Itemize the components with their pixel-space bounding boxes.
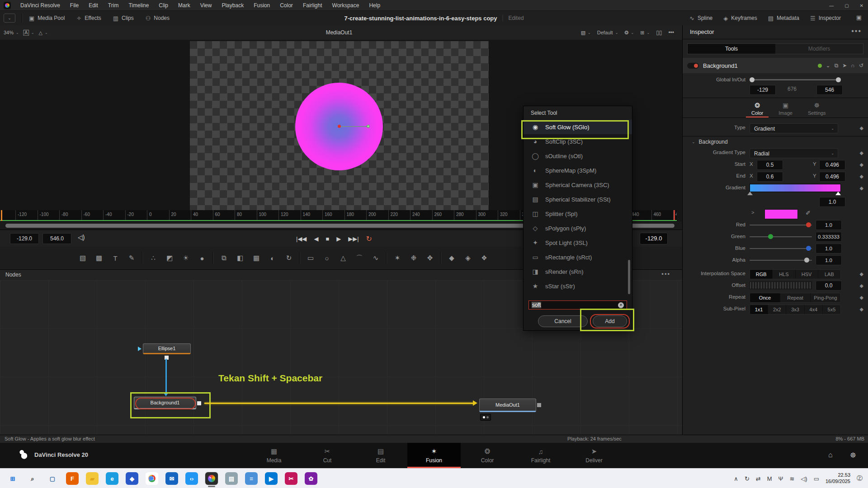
interp-hsv[interactable]: HSV bbox=[796, 270, 818, 279]
tool-item-spherical-camera[interactable]: ▣ Spherical Camera (3SC) bbox=[524, 178, 632, 192]
keyframe-icon[interactable]: ◆ bbox=[860, 162, 863, 168]
blur-tool-icon[interactable]: ● bbox=[196, 254, 208, 262]
gradient-stop-right[interactable] bbox=[835, 192, 841, 195]
channel-slider-handle[interactable] bbox=[768, 234, 773, 239]
panel-toggle-icon[interactable]: ▣ bbox=[856, 14, 862, 21]
tab-tools[interactable]: Tools bbox=[688, 44, 775, 54]
nodes-button[interactable]: ⚇ Nodes bbox=[146, 15, 170, 22]
channel-value-field[interactable]: 1.0 bbox=[816, 255, 842, 265]
clear-search-icon[interactable]: ✕ bbox=[618, 302, 624, 308]
menu-item[interactable]: Color bbox=[275, 0, 298, 11]
lut-dropdown[interactable]: Default⌄ bbox=[597, 30, 618, 35]
mediaout1-input-connector[interactable] bbox=[537, 403, 541, 407]
keyframe-icon[interactable]: ◆ bbox=[860, 125, 863, 131]
menu-item[interactable]: File bbox=[65, 0, 84, 11]
firefox-icon[interactable]: F bbox=[66, 472, 79, 485]
keyframe-icon[interactable]: ◆ bbox=[860, 174, 863, 179]
end-x-field[interactable]: 0.6 bbox=[757, 172, 783, 182]
channel-slider-handle[interactable] bbox=[804, 258, 809, 263]
page-fusion[interactable]: ✶ Fusion bbox=[407, 443, 461, 468]
file-explorer-icon[interactable]: ▰ bbox=[86, 472, 99, 485]
keyframes-button[interactable]: ◈ Keyframes bbox=[723, 15, 757, 22]
tool-item-spheremap[interactable]: ◐ SphereMap (3SpM) bbox=[524, 163, 632, 178]
outlook-icon[interactable]: ◆ bbox=[126, 472, 138, 485]
search-button[interactable]: ⌕ bbox=[26, 472, 39, 485]
menu-item[interactable]: Trim bbox=[103, 0, 124, 11]
tool-item-splitter[interactable]: ◫ Splitter (Spl) bbox=[524, 206, 632, 221]
interp-rgb[interactable]: RGB bbox=[750, 270, 773, 279]
spline-button[interactable]: ∿ Spline bbox=[689, 15, 712, 22]
channel-slider[interactable] bbox=[750, 236, 812, 237]
range-out-field[interactable]: 546.0 bbox=[42, 233, 71, 244]
image-plane-3d-tool-icon[interactable]: ◆ bbox=[446, 254, 458, 262]
repeat-pingpong[interactable]: Ping-Pong bbox=[811, 293, 840, 302]
speaker-icon[interactable]: ◁) bbox=[78, 234, 85, 241]
channel-slider-handle[interactable] bbox=[806, 246, 811, 251]
grid-dropdown[interactable]: ⊞⌄ bbox=[640, 30, 650, 36]
ui-layout-dropdown[interactable]: ⌄ bbox=[4, 14, 15, 23]
node-color-caret[interactable]: ⌄ bbox=[826, 62, 830, 69]
playhead[interactable] bbox=[1, 210, 2, 221]
particle-render-tool-icon[interactable]: ❉ bbox=[408, 254, 420, 262]
viewer-canvas[interactable] bbox=[190, 41, 489, 210]
page-deliver[interactable]: ➤ Deliver bbox=[567, 443, 621, 468]
minimize-button[interactable]: — bbox=[829, 3, 834, 8]
dual-viewer-icon[interactable]: ▯▯ bbox=[656, 29, 662, 36]
battery-icon[interactable]: ▭ bbox=[814, 475, 819, 482]
particle-emitter-tool-icon[interactable]: ✶ bbox=[392, 254, 403, 262]
keyframe-icon[interactable]: ◆ bbox=[860, 185, 863, 191]
color-expander[interactable]: > bbox=[751, 210, 754, 215]
page-media[interactable]: ▦ Media bbox=[247, 443, 301, 468]
effects-button[interactable]: ✧ Effects bbox=[76, 15, 101, 22]
background-section-header[interactable]: ⌄ Background bbox=[683, 136, 868, 147]
matte-control-tool-icon[interactable]: ▦ bbox=[250, 254, 262, 262]
tool-divider[interactable] bbox=[212, 252, 213, 264]
edge-icon[interactable]: e bbox=[106, 472, 118, 485]
ellipse-mask-tool-icon[interactable]: ○ bbox=[321, 254, 333, 262]
media-pool-button[interactable]: ▣ Media Pool bbox=[29, 15, 65, 22]
global-in-out-slider[interactable] bbox=[750, 79, 840, 80]
range-in-field[interactable]: -129.0 bbox=[10, 233, 39, 244]
sync-icon[interactable]: ↻ bbox=[745, 475, 750, 482]
polygon-mask-tool-icon[interactable]: △ bbox=[337, 254, 349, 262]
page-color[interactable]: ❂ Color bbox=[461, 443, 514, 468]
gradient-start-handle[interactable] bbox=[338, 125, 341, 128]
brightness-contrast-tool-icon[interactable]: ☀ bbox=[180, 254, 192, 262]
offset-field[interactable]: 0.0 bbox=[816, 281, 842, 291]
background-tool-icon[interactable]: ▧ bbox=[77, 254, 89, 262]
fast-noise-tool-icon[interactable]: ▩ bbox=[93, 254, 105, 262]
menu-item[interactable]: Clip bbox=[154, 0, 173, 11]
color-viewer-dropdown[interactable]: ❂⌄ bbox=[624, 30, 634, 36]
subpixel-3x3[interactable]: 3x3 bbox=[786, 305, 804, 314]
tool-item-spolygon[interactable]: ◇ sPolygon (sPly) bbox=[524, 221, 632, 235]
mail-icon[interactable]: ✉ bbox=[165, 472, 178, 485]
text-tool-icon[interactable]: T bbox=[109, 254, 121, 262]
color-controls-dropdown[interactable]: △⌄ bbox=[39, 30, 48, 36]
stop-value-field[interactable]: 1.0 bbox=[819, 197, 845, 207]
paint-tool-icon[interactable]: ✎ bbox=[126, 254, 137, 262]
lock-icon[interactable]: ∩ bbox=[851, 62, 855, 69]
inspector-button[interactable]: ☰ Inspector bbox=[810, 15, 841, 22]
tool-divider[interactable] bbox=[142, 252, 143, 264]
eyedropper-icon[interactable]: ✐ bbox=[806, 210, 811, 216]
bspline-mask-tool-icon[interactable]: ⌒ bbox=[354, 254, 365, 263]
metadata-button[interactable]: ▤ Metadata bbox=[768, 15, 799, 22]
tray-expand-icon[interactable]: ∧ bbox=[734, 475, 738, 482]
tool-item-spot-light[interactable]: ✦ Spot Light (3SL) bbox=[524, 235, 632, 250]
paint-icon[interactable]: ✿ bbox=[305, 472, 317, 485]
movies-tv-icon[interactable]: ▶ bbox=[265, 472, 278, 485]
keyframe-icon[interactable]: ◆ bbox=[860, 271, 863, 277]
tool-search-input[interactable]: soft ✕ bbox=[528, 300, 627, 310]
reset-icon[interactable]: ↺ bbox=[859, 62, 863, 69]
play-reverse-button[interactable]: ◀ bbox=[314, 235, 318, 242]
copy-settings-icon[interactable]: ⧉ bbox=[835, 62, 839, 69]
menu-item[interactable]: Mark bbox=[173, 0, 195, 11]
tool-divider[interactable] bbox=[386, 252, 387, 264]
type-dropdown[interactable]: Gradient⌄ bbox=[750, 123, 838, 133]
keyframe-icon[interactable]: ◆ bbox=[860, 150, 863, 156]
notifications-icon[interactable]: Ⓩ bbox=[857, 474, 863, 483]
clips-button[interactable]: ▥ Clips bbox=[113, 15, 134, 22]
node-mediaout1[interactable]: MediaOut1 bbox=[479, 399, 536, 412]
pin-icon[interactable]: ➤ bbox=[842, 62, 847, 69]
keyframe-icon[interactable]: ◆ bbox=[860, 295, 863, 300]
